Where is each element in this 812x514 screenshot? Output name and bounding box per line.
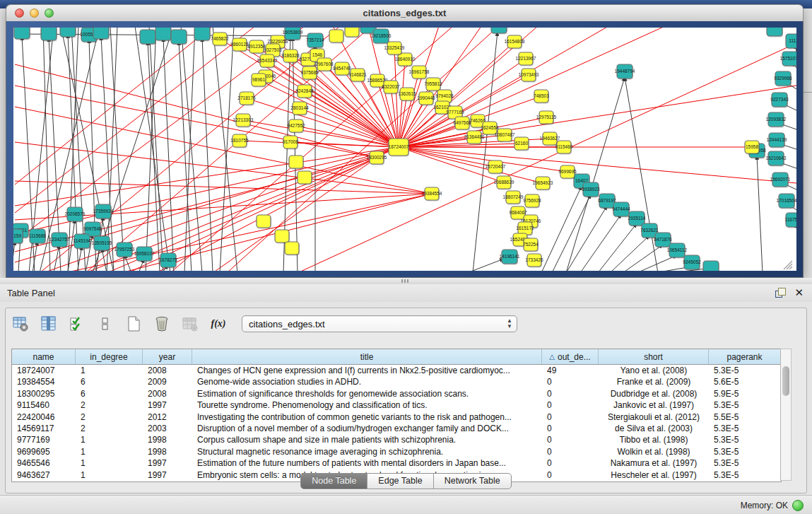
network-node[interactable]: 1145194 bbox=[73, 234, 91, 250]
network-node[interactable]: 7465822 bbox=[211, 33, 229, 47]
network-node[interactable] bbox=[257, 215, 271, 229]
tab-network-table[interactable]: Network Table bbox=[434, 474, 511, 489]
network-node[interactable] bbox=[767, 28, 783, 37]
network-node[interactable]: 12444139 bbox=[767, 133, 787, 148]
network-node[interactable]: 12213303 bbox=[233, 114, 254, 128]
network-node[interactable]: 19384554 bbox=[422, 187, 442, 201]
network-node[interactable] bbox=[285, 242, 300, 256]
table-row[interactable]: 1872400712008Changes of HCN gene express… bbox=[12, 365, 781, 376]
network-node[interactable] bbox=[41, 28, 57, 42]
new-table-icon[interactable] bbox=[124, 315, 143, 333]
network-node[interactable]: 16543342 bbox=[257, 54, 278, 69]
network-node[interactable]: 13505195 bbox=[92, 236, 112, 252]
network-node[interactable]: 8912354 bbox=[247, 40, 266, 54]
network-node[interactable]: 18807249 bbox=[503, 191, 524, 205]
network-node[interactable]: 20206576 bbox=[65, 207, 86, 223]
network-node[interactable]: 39159 bbox=[13, 229, 23, 245]
network-node[interactable] bbox=[60, 28, 76, 38]
window-titlebar[interactable]: citations_edges.txt bbox=[6, 4, 804, 23]
citation-network-graph[interactable]: 1005532160538097357214881305419218506268… bbox=[13, 28, 796, 271]
column-header-in_degree[interactable]: in_degree bbox=[76, 349, 143, 364]
network-node[interactable]: 21364486 bbox=[464, 131, 485, 145]
network-node[interactable]: 12093832 bbox=[766, 112, 787, 128]
network-node[interactable] bbox=[194, 28, 211, 42]
table-row[interactable]: 1938455462009Genome-wide association stu… bbox=[12, 376, 781, 387]
table-vertical-scrollbar[interactable] bbox=[780, 349, 792, 481]
network-node[interactable]: 2803144 bbox=[290, 102, 309, 116]
network-node[interactable]: 10807487 bbox=[495, 129, 515, 143]
network-node[interactable]: 8938923 bbox=[582, 182, 600, 198]
table-row[interactable]: 1456911722003Disruption of a novel membe… bbox=[12, 423, 781, 434]
network-node[interactable]: 8322037 bbox=[382, 81, 400, 95]
table-row[interactable]: 911546021997Tourette syndrome. Phenomeno… bbox=[12, 399, 781, 411]
float-panel-icon[interactable] bbox=[775, 287, 786, 298]
column-header-out_degree[interactable]: △out_de... bbox=[542, 349, 599, 364]
network-node[interactable] bbox=[171, 30, 187, 45]
network-node[interactable]: 17957253 bbox=[114, 243, 135, 258]
network-node[interactable]: 6497568 bbox=[453, 117, 471, 131]
network-node[interactable]: 1115686 bbox=[29, 229, 47, 245]
table-row[interactable]: 946554611997Estimation of the future num… bbox=[12, 457, 781, 469]
network-node[interactable]: 9375685 bbox=[300, 66, 319, 81]
network-node[interactable]: 9146821 bbox=[348, 69, 367, 83]
network-node[interactable]: 9227343 bbox=[770, 93, 789, 108]
network-node[interactable]: 19448794 bbox=[615, 64, 635, 80]
network-node[interactable]: 12975115 bbox=[536, 111, 557, 125]
network-node[interactable]: 17016504 bbox=[777, 194, 796, 209]
network-node[interactable] bbox=[93, 28, 110, 40]
network-node[interactable]: 1733426 bbox=[525, 254, 543, 268]
network-node[interactable] bbox=[329, 30, 344, 44]
network-node[interactable]: 16210643 bbox=[766, 151, 787, 167]
network-node[interactable]: 1112 bbox=[786, 34, 796, 49]
network-node[interactable]: 10973493 bbox=[519, 69, 539, 83]
table-row[interactable]: 1830029562008Estimation of significance … bbox=[12, 388, 781, 399]
network-node[interactable]: 18724007 bbox=[389, 139, 409, 157]
network-node[interactable]: 1810755 bbox=[230, 134, 249, 148]
network-node[interactable]: 10654112 bbox=[667, 243, 688, 259]
canvas-resize-grip[interactable] bbox=[784, 261, 792, 269]
scrollbar-thumb[interactable] bbox=[782, 366, 789, 396]
network-node[interactable]: 752254 bbox=[523, 238, 539, 252]
table-settings-icon[interactable] bbox=[11, 315, 30, 333]
network-node[interactable]: 15958 bbox=[745, 141, 760, 155]
network-node[interactable] bbox=[155, 28, 172, 42]
network-node[interactable]: 62160 bbox=[514, 137, 529, 151]
table-row[interactable]: 977716911998Corpus callosum shape and si… bbox=[12, 434, 781, 445]
network-node[interactable]: 19654923 bbox=[533, 177, 553, 191]
network-node[interactable]: 13325419 bbox=[384, 42, 405, 56]
select-rows-icon[interactable] bbox=[68, 315, 86, 333]
network-node[interactable]: 1990448 bbox=[417, 92, 435, 106]
network-node[interactable] bbox=[14, 28, 30, 40]
table-row[interactable]: 969969511998Structural magnetic resonanc… bbox=[12, 446, 781, 457]
network-node[interactable]: 1678275 bbox=[159, 253, 177, 269]
network-node[interactable]: 9427552 bbox=[287, 119, 305, 134]
column-header-short[interactable]: short bbox=[599, 349, 709, 364]
divider-grip[interactable] bbox=[401, 279, 410, 283]
network-node[interactable]: 16154808 bbox=[505, 35, 525, 49]
network-node[interactable]: 15720407 bbox=[486, 160, 506, 175]
network-node[interactable]: 98961 bbox=[252, 74, 266, 88]
network-node[interactable]: 1167533 bbox=[785, 213, 796, 228]
network-node[interactable]: 9242848 bbox=[295, 85, 314, 99]
network-node[interactable]: 9860128 bbox=[230, 38, 249, 52]
network-node[interactable]: 748503 bbox=[534, 90, 549, 104]
close-panel-icon[interactable]: ✕ bbox=[794, 287, 804, 298]
network-node[interactable]: 12342757 bbox=[49, 233, 70, 248]
network-node[interactable]: 9115460 bbox=[555, 141, 573, 155]
network-node[interactable]: 15692071 bbox=[770, 173, 791, 188]
column-header-year[interactable]: year bbox=[143, 349, 192, 364]
rows-stack-icon[interactable] bbox=[96, 315, 114, 333]
column-header-title[interactable]: title bbox=[192, 349, 542, 364]
network-node[interactable]: 9245052 bbox=[683, 255, 701, 271]
network-node[interactable]: 15751074 bbox=[780, 52, 796, 67]
table-row[interactable]: 2242004622012Investigating the contribut… bbox=[12, 411, 781, 423]
column-header-name[interactable]: name bbox=[12, 349, 76, 364]
function-builder-icon[interactable]: f(x) bbox=[209, 315, 228, 333]
network-node[interactable]: 17359924 bbox=[93, 204, 114, 220]
network-node[interactable]: 7357214 bbox=[306, 33, 324, 49]
network-node[interactable]: 2718176 bbox=[237, 92, 256, 106]
network-node[interactable]: 14196141 bbox=[500, 250, 520, 265]
network-node[interactable]: 1362615 bbox=[398, 88, 416, 102]
network-node[interactable] bbox=[345, 28, 360, 38]
column-header-pagerank[interactable]: pagerank bbox=[709, 349, 781, 364]
